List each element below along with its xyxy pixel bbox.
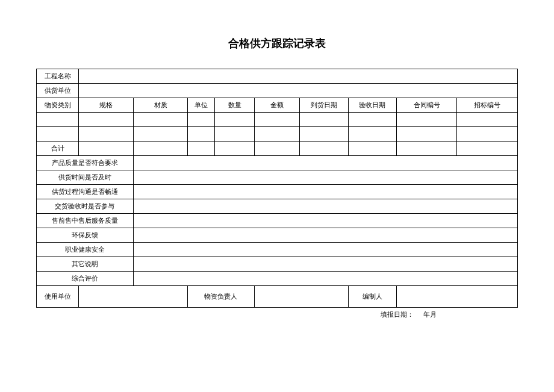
field-supplier-unit[interactable] bbox=[79, 84, 518, 98]
label-q5: 售前售中售后服务质量 bbox=[37, 214, 134, 228]
header-quantity: 数量 bbox=[215, 98, 254, 113]
label-material-leader: 物资负责人 bbox=[188, 286, 255, 308]
field-preparer[interactable] bbox=[396, 286, 517, 308]
field-q4[interactable] bbox=[133, 199, 517, 214]
label-q8: 其它说明 bbox=[37, 257, 134, 272]
label-q3: 供货过程沟通是否畅通 bbox=[37, 185, 134, 199]
header-contract-no: 合同编号 bbox=[396, 98, 456, 113]
label-supplier-unit: 供货单位 bbox=[37, 84, 79, 98]
page-title: 合格供方跟踪记录表 bbox=[36, 36, 518, 51]
field-q2[interactable] bbox=[133, 170, 517, 185]
label-q7: 职业健康安全 bbox=[37, 243, 134, 257]
header-arrival-date: 到货日期 bbox=[300, 98, 348, 113]
field-using-unit[interactable] bbox=[79, 286, 188, 308]
label-year-month: 年月 bbox=[423, 311, 437, 318]
label-q1: 产品质量是否符合要求 bbox=[37, 156, 134, 170]
field-q5[interactable] bbox=[133, 214, 517, 228]
field-q1[interactable] bbox=[133, 156, 517, 170]
footer-fill-date: 填报日期： 年月 bbox=[300, 308, 518, 322]
label-project-name: 工程名称 bbox=[37, 69, 79, 84]
field-q6[interactable] bbox=[133, 228, 517, 243]
header-amount: 金额 bbox=[254, 98, 299, 113]
header-bid-no: 招标编号 bbox=[457, 98, 518, 113]
header-material: 材质 bbox=[133, 98, 187, 113]
header-acceptance-date: 验收日期 bbox=[348, 98, 396, 113]
label-q4: 交货验收时是否参与 bbox=[37, 199, 134, 214]
form-table: 工程名称 供货单位 物资类别 规格 材质 单位 数量 金额 到货日期 验收日期 … bbox=[36, 69, 518, 322]
field-project-name[interactable] bbox=[79, 69, 518, 84]
field-material-leader[interactable] bbox=[254, 286, 348, 308]
label-preparer: 编制人 bbox=[348, 286, 396, 308]
label-fill-date: 填报日期： bbox=[381, 311, 414, 318]
field-q9[interactable] bbox=[133, 272, 517, 286]
data-row[interactable] bbox=[37, 127, 518, 142]
document-page: 合格供方跟踪记录表 工程名称 供货单位 物资类别 规格 材质 单位 bbox=[0, 0, 554, 322]
field-q3[interactable] bbox=[133, 185, 517, 199]
label-q2: 供货时间是否及时 bbox=[37, 170, 134, 185]
field-q7[interactable] bbox=[133, 243, 517, 257]
header-unit: 单位 bbox=[188, 98, 215, 113]
label-q6: 环保反馈 bbox=[37, 228, 134, 243]
data-row[interactable] bbox=[37, 113, 518, 127]
field-q8[interactable] bbox=[133, 257, 517, 272]
label-total: 合计 bbox=[37, 142, 79, 156]
label-q9: 综合评价 bbox=[37, 272, 134, 286]
header-spec: 规格 bbox=[79, 98, 133, 113]
header-material-category: 物资类别 bbox=[37, 98, 79, 113]
label-using-unit: 使用单位 bbox=[37, 286, 79, 308]
